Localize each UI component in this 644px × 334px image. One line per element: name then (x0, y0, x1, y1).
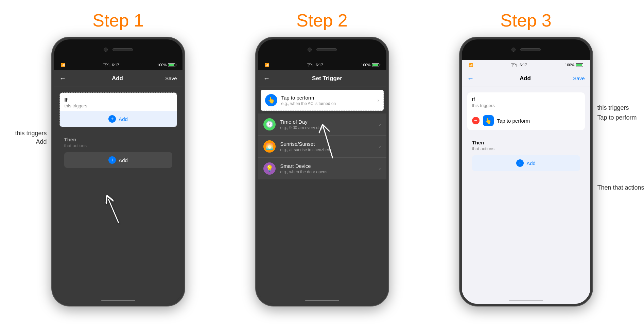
tap-sub: e.g., when the AC is turned on (281, 101, 373, 106)
smart-text-col: Smart Device e.g., when the door opens (280, 163, 375, 174)
tap-icon: 👆 (265, 94, 277, 106)
if-section-box-1: If this triggers + Add (59, 92, 177, 127)
s3-annotation-trigger: this triggers Tap to perform (597, 104, 644, 122)
nav-title-2: Set Trigger (312, 75, 342, 82)
phone-top-1 (54, 39, 182, 60)
step-2-title: Step 2 (296, 10, 347, 31)
step-2-phone-wrapper: 📶 下午 6:17 100% ← Set Trigger (256, 37, 388, 306)
camera-2 (308, 48, 312, 52)
then-section-1: Then that actions + Add (59, 133, 177, 172)
home-bar-3 (509, 300, 543, 301)
phone-top-3 (462, 39, 590, 60)
smart-chevron: › (379, 166, 381, 171)
s3-then-label: Then (472, 140, 580, 145)
smart-sub: e.g., when the door opens (280, 170, 375, 174)
camera-3 (511, 48, 516, 52)
battery-pct-3: 100% (565, 63, 574, 67)
time-2: 下午 6:17 (307, 63, 323, 68)
s3-add-then-btn[interactable]: + Add (472, 155, 580, 171)
battery-pct-2: 100% (361, 63, 370, 67)
home-indicator-2 (258, 297, 386, 304)
tod-chevron: › (379, 122, 381, 127)
back-btn-3[interactable]: ← (467, 74, 477, 82)
sunrise-chevron: › (379, 144, 381, 149)
step-3-phone: 📶 下午 6:17 100% ← Add Save (460, 37, 592, 306)
step-2-container: Step 2 📶 下午 6:17 100% ← (239, 10, 405, 306)
step-3-phone-wrapper: 📶 下午 6:17 100% ← Add Save (460, 37, 592, 306)
tap-text-col: Tap to perform e.g., when the AC is turn… (281, 95, 373, 106)
step-1-container: Step 1 📶 下午 6:17 100% (18, 10, 219, 306)
nav-bar-2: ← Set Trigger (258, 70, 386, 87)
add-if-label-1: Add (119, 116, 128, 122)
then-label-1: Then (64, 137, 172, 142)
then-sublabel-1: that actions (64, 143, 172, 148)
add-if-btn-1[interactable]: + Add (60, 111, 177, 127)
arrow-annotation-2 (312, 114, 353, 162)
back-btn-1[interactable]: ← (59, 74, 70, 82)
screen-2: 👆 Tap to perform e.g., when the AC is tu… (258, 87, 386, 297)
sunrise-icon: 🌅 (263, 140, 276, 153)
s1-content: If this triggers + Add Then that actions (54, 87, 182, 177)
nav-bar-3: ← Add Save (462, 70, 590, 87)
add-then-label-1: Add (119, 157, 128, 163)
s3-annotation-tap-to-perform: Tap to perform (597, 113, 644, 122)
s3-trigger-icon: 👆 (483, 115, 494, 126)
screen-1: If this triggers + Add Then that actions (54, 87, 182, 297)
s3-add-circle: + (516, 159, 524, 167)
s3-if-section: If this triggers − 👆 Tap to perform (467, 92, 585, 130)
remove-trigger-btn[interactable]: − (472, 117, 480, 124)
screen-3: If this triggers − 👆 Tap to perform (462, 87, 590, 297)
smart-name: Smart Device (280, 163, 375, 169)
s3-trigger-row: − 👆 Tap to perform (467, 111, 585, 130)
smart-icon: 💡 (263, 162, 276, 175)
status-bar-1: 📶 下午 6:17 100% (54, 60, 182, 70)
wifi-icon-3: 📶 (469, 63, 473, 67)
home-bar-1 (101, 300, 135, 301)
add-then-circle-1: + (108, 156, 116, 164)
status-bar-2: 📶 下午 6:17 100% (258, 60, 386, 70)
time-1: 下午 6:17 (103, 63, 119, 68)
speaker-3 (520, 48, 541, 51)
tap-chevron: › (378, 98, 379, 103)
status-bar-3: 📶 下午 6:17 100% (462, 60, 590, 70)
nav-title-1: Add (112, 75, 123, 82)
battery-icon-3 (576, 63, 583, 67)
s3-add-label: Add (526, 160, 536, 166)
home-bar-2 (305, 300, 339, 301)
tap-name: Tap to perform (281, 95, 373, 101)
s3-annotation-this-triggers: this triggers (597, 104, 644, 112)
s3-if-sublabel: this triggers (472, 103, 580, 108)
s3-content: If this triggers − 👆 Tap to perform (462, 87, 590, 180)
s3-trigger-name: Tap to perform (497, 118, 530, 124)
tod-icon: 🕐 (263, 118, 276, 130)
if-sublabel-1: this triggers (65, 103, 172, 108)
add-then-btn-1[interactable]: + Add (64, 152, 172, 168)
s3-if-header: If this triggers (467, 92, 585, 111)
battery-pct-1: 100% (157, 63, 167, 67)
s3-then-sublabel: that actions (472, 146, 580, 151)
home-indicator-1 (54, 297, 182, 304)
home-indicator-3 (462, 297, 590, 304)
nav-bar-1: ← Add Save (54, 70, 182, 87)
arrow-annotation-1 (98, 186, 139, 226)
trigger-tap-perform[interactable]: 👆 Tap to perform e.g., when the AC is tu… (261, 90, 384, 111)
step-2-phone: 📶 下午 6:17 100% ← Set Trigger (256, 37, 388, 306)
step-3-title: Step 3 (500, 10, 551, 31)
camera-1 (104, 48, 108, 52)
battery-icon-1 (168, 63, 175, 67)
time-3: 下午 6:17 (511, 63, 527, 68)
s3-annotation-then: Then that actions (597, 183, 644, 192)
step-3-container: Step 3 📶 下午 6:17 100% ← (426, 10, 626, 306)
phone-top-2 (258, 39, 386, 60)
s3-then-section: Then that actions + Add (467, 136, 585, 175)
step-1-title: Step 1 (92, 10, 143, 31)
speaker-1 (112, 48, 133, 51)
save-btn-3[interactable]: Save (573, 75, 585, 81)
wifi-icon-2: 📶 (265, 63, 269, 67)
s3-if-label: If (472, 96, 580, 102)
step-1-phone-wrapper: 📶 下午 6:17 100% ← Add Save (52, 37, 185, 306)
save-btn-1[interactable]: Save (165, 75, 177, 81)
speaker-2 (316, 48, 337, 51)
add-circle-icon-1: + (108, 115, 116, 123)
back-btn-2[interactable]: ← (263, 74, 274, 82)
